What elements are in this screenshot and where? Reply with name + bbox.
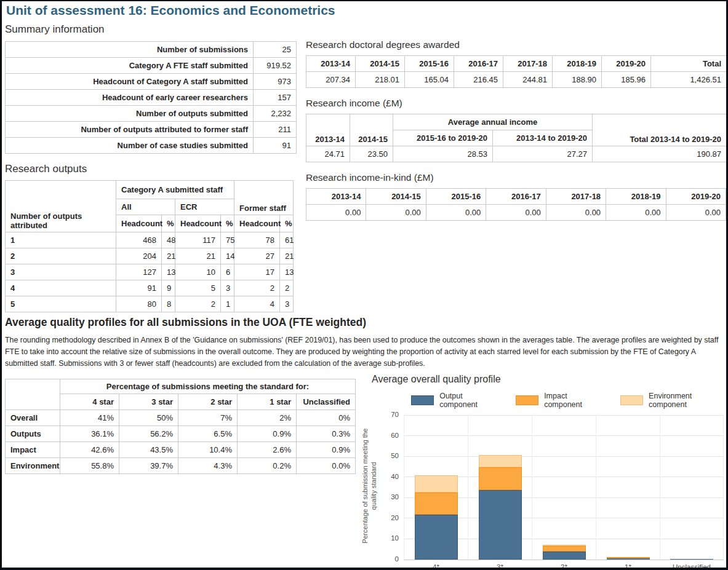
legend-item: Output component [411,392,500,409]
cell-value: 4 [234,296,280,312]
income-column: Research doctoral degrees awarded 2013-1… [306,39,727,221]
table-row: 0.000.000.000.000.000.000.00 [306,205,726,221]
cell-value: 24.71 [306,146,350,162]
stacked-bar [607,557,650,560]
cell-value: 0.3% [297,426,356,442]
cell-value: 0.00 [546,205,606,221]
cell-value: 0.00 [486,205,546,221]
cell-value: 78 [234,232,280,248]
outputs-row-header: Number of outputs attributed [6,181,116,232]
unclassified-col: Unclassified [297,394,356,410]
cell-value: 43.5% [119,442,178,458]
cell-value: 4.3% [178,458,238,474]
outputs-col-headcount: Headcount [175,215,221,232]
cell-value: 127 [116,264,162,280]
outputs-col-pct: % [221,215,234,232]
year-col: 2017-18 [546,189,606,205]
avg-annual-income-header: Average annual income [393,114,593,130]
year-col: 2019-20 [666,189,726,205]
bar-segment [479,455,522,467]
outputs-group-header: Category A submitted staff [116,181,234,199]
avg-col: 2015-16 to 2019-20 [393,130,493,146]
cell-value: 2% [238,410,297,426]
cell-value: 157 [254,90,297,106]
income-table: 2013-14 2014-15 Average annual income To… [306,114,727,162]
cell-value: 204 [116,248,162,264]
year-col: 2013-14 [306,189,366,205]
cell-value: 56.2% [119,426,178,442]
empty-corner-cell [6,379,60,410]
quality-profile-table: Percentage of submissions meeting the st… [5,379,356,474]
outputs-col-pct: % [280,215,294,232]
x-axis-tick-label: 1* [596,563,660,570]
cell-value: 0.9% [297,442,356,458]
income-heading: Research income (£M) [306,98,727,109]
legend-item: Impact component [516,392,604,409]
row-label: Outputs [6,426,60,442]
cell-value: 0.00 [666,205,726,221]
avg-col: 2013-14 to 2019-20 [493,130,593,146]
year-col: 2018-19 [606,189,666,205]
row-label: Number of submissions [6,42,254,58]
cell-value: 0.9% [238,426,297,442]
doctoral-header-row: 2013-14 2014-15 2015-16 2016-17 2017-18 … [306,56,727,72]
cell-value: 1,426.51 [651,72,727,88]
bar-segment [479,467,522,490]
cell-value: 36.1% [60,426,119,442]
row-label: Impact [6,442,60,458]
research-outputs-heading: Research outputs [5,163,296,175]
cell-value: 27.27 [493,146,593,162]
cell-value: 211 [254,122,297,138]
cell-value: 1 [221,296,234,312]
research-outputs-table: Number of outputs attributed Category A … [5,180,294,312]
table-row: Category A FTE staff submitted919.52 [6,58,297,74]
cell-value: 0.00 [426,205,486,221]
row-label: Number of case studies submitted [6,138,254,154]
doctoral-heading: Research doctoral degrees awarded [306,39,727,50]
outputs-header-row-1: Number of outputs attributed Category A … [6,181,294,199]
x-axis-tick-label: 4* [404,563,468,570]
year-col: 2014-15 [350,114,393,146]
cell-value: 919.52 [254,58,297,74]
income-in-kind-header-row: 2013-14 2014-15 2015-16 2016-17 2017-18 … [306,189,726,205]
chart-category-slot: 3* [468,415,532,560]
cell-value: 91 [254,138,297,154]
cell-value: 48 [162,232,175,248]
year-col: 2016-17 [486,189,546,205]
outputs-col-all: All [116,199,175,215]
year-col: 2018-19 [553,56,602,72]
summary-table: Number of submissions25Category A FTE st… [5,41,297,154]
row-label: Number of outputs submitted [6,106,254,122]
star-col: 2 star [178,394,238,410]
y-axis-tick-label: 30 [382,493,399,501]
outputs-col-pct: % [162,215,175,232]
legend-label: Environment component [649,392,728,409]
chart-category-slot: Unclassified [660,415,724,560]
outputs-col-ecr: ECR [175,199,234,215]
chart-legend: Output componentImpact componentEnvironm… [411,392,728,409]
bar-segment [479,490,522,560]
row-label: 2 [6,248,116,264]
cell-value: 185.96 [602,72,651,88]
cell-value: 165.04 [405,72,454,88]
table-row: Overall41%50%7%2%0% [6,410,356,426]
table-row: 3127131061713 [6,264,294,280]
year-col: 2014-15 [356,56,405,72]
doctoral-table: 2013-14 2014-15 2015-16 2016-17 2017-18 … [306,55,727,88]
y-axis-tick-label: 10 [382,534,399,542]
row-label: Environment [6,458,60,474]
cell-value: 21 [280,248,294,264]
cell-value: 39.7% [119,458,178,474]
y-axis-tick-label: 0 [382,555,399,563]
total-col: Total 2013-14 to 2019-20 [593,114,727,146]
income-header-row-1: 2013-14 2014-15 Average annual income To… [306,114,727,130]
bar-segment [415,475,458,493]
y-axis-tick-label: 70 [382,411,399,418]
star-col: 3 star [119,394,178,410]
cell-value: 13 [280,264,294,280]
table-row: Environment55.8%39.7%4.3%0.2%0.0% [6,458,356,474]
star-col: 1 star [238,394,297,410]
outputs-col-headcount: Headcount [116,215,162,232]
bar-segment [543,552,586,560]
cell-value: 21 [175,248,221,264]
